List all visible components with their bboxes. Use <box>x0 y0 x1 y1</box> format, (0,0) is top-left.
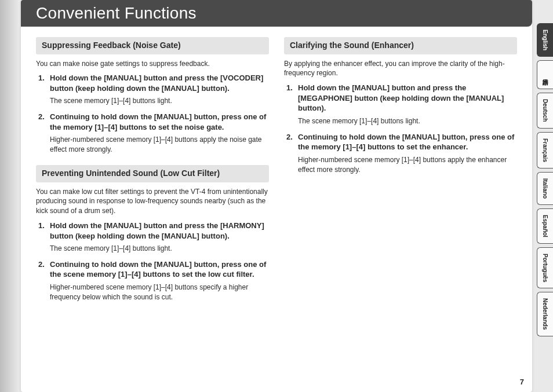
language-tabs: English 日本語 Deutsch Français Italiano Es… <box>537 23 553 336</box>
content-columns: Suppressing Feedback (Noise Gate) You ca… <box>21 27 532 320</box>
lang-tab-english[interactable]: English <box>537 23 553 57</box>
step-title: Hold down the [MANUAL] button and press … <box>50 73 269 93</box>
steps-low-cut: Hold down the [MANUAL] button and press … <box>36 221 269 302</box>
page-number: 7 <box>520 378 524 386</box>
step-item: Hold down the [MANUAL] button and press … <box>38 221 269 254</box>
step-title: Continuing to hold down the [MANUAL] but… <box>298 132 517 152</box>
heading-noise-gate: Suppressing Feedback (Noise Gate) <box>36 37 269 54</box>
step-item: Hold down the [MANUAL] button and press … <box>38 73 269 106</box>
intro-low-cut: You can make low cut filter settings to … <box>36 187 269 216</box>
binding-shadow <box>0 0 21 392</box>
lang-tab-nederlands[interactable]: Nederlands <box>537 292 553 336</box>
right-column: Clarifying the Sound (Enhancer) By apply… <box>284 37 517 313</box>
lang-tab-portugues[interactable]: Português <box>537 247 553 288</box>
page-title: Convenient Functions <box>36 4 197 23</box>
heading-low-cut: Preventing Unintended Sound (Low Cut Fil… <box>36 165 269 182</box>
left-column: Suppressing Feedback (Noise Gate) You ca… <box>36 37 269 313</box>
lang-tab-japanese[interactable]: 日本語 <box>537 60 553 89</box>
intro-noise-gate: You can make noise gate settings to supp… <box>36 59 269 69</box>
step-item: Continuing to hold down the [MANUAL] but… <box>38 112 269 155</box>
step-title: Continuing to hold down the [MANUAL] but… <box>50 259 269 280</box>
lang-tab-espanol[interactable]: Español <box>537 208 553 244</box>
lang-tab-italiano[interactable]: Italiano <box>537 172 553 205</box>
step-title: Hold down the [MANUAL] button and press … <box>298 83 517 113</box>
step-detail: Higher-numbered scene memory [1]–[4] but… <box>50 134 269 155</box>
section-low-cut: Preventing Unintended Sound (Low Cut Fil… <box>36 165 269 302</box>
step-item: Hold down the [MANUAL] button and press … <box>286 83 517 126</box>
section-noise-gate: Suppressing Feedback (Noise Gate) You ca… <box>36 37 269 155</box>
steps-enhancer: Hold down the [MANUAL] button and press … <box>284 83 517 174</box>
step-title: Hold down the [MANUAL] button and press … <box>50 221 269 241</box>
lang-tab-francais[interactable]: Français <box>537 132 553 168</box>
step-item: Continuing to hold down the [MANUAL] but… <box>38 259 269 302</box>
step-item: Continuing to hold down the [MANUAL] but… <box>286 132 517 175</box>
intro-enhancer: By applying the enhancer effect, you can… <box>284 59 517 79</box>
heading-enhancer: Clarifying the Sound (Enhancer) <box>284 37 517 54</box>
step-detail: The scene memory [1]–[4] buttons light. <box>50 243 269 254</box>
lang-tab-deutsch[interactable]: Deutsch <box>537 93 553 128</box>
step-detail: The scene memory [1]–[4] buttons light. <box>50 95 269 106</box>
step-title: Continuing to hold down the [MANUAL] but… <box>50 112 269 132</box>
manual-page: Convenient Functions Suppressing Feedbac… <box>21 0 532 392</box>
step-detail: Higher-numbered scene memory [1]–[4] but… <box>50 281 269 302</box>
steps-noise-gate: Hold down the [MANUAL] button and press … <box>36 73 269 155</box>
step-detail: Higher-numbered scene memory [1]–[4] but… <box>298 154 517 175</box>
section-enhancer: Clarifying the Sound (Enhancer) By apply… <box>284 37 517 174</box>
page-title-bar: Convenient Functions <box>21 0 532 27</box>
step-detail: The scene memory [1]–[4] buttons light. <box>298 115 517 126</box>
